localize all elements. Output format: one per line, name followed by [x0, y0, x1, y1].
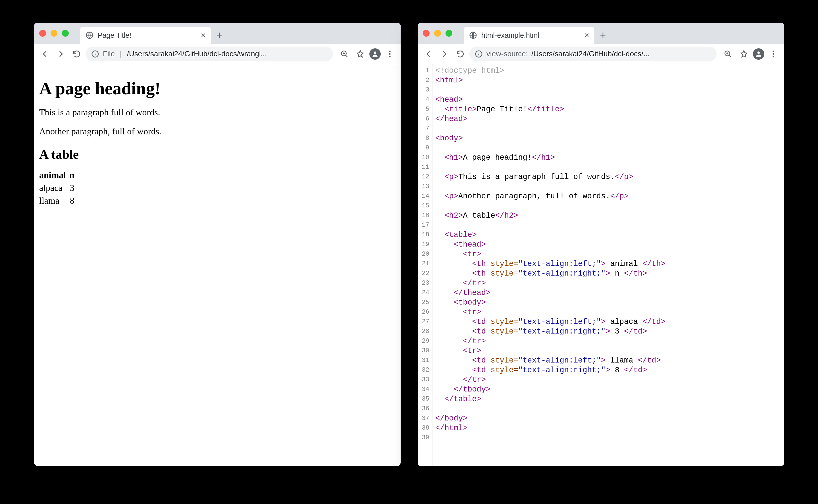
url-path: /Users/sarakai24/GitHub/dcl-docs/... — [531, 49, 711, 58]
maximize-window-button[interactable] — [446, 30, 452, 37]
close-tab-icon[interactable]: × — [584, 31, 589, 39]
source-line — [435, 404, 665, 414]
line-number-gutter: 1234567891011121314151617181920212223242… — [418, 64, 432, 466]
source-line — [435, 143, 665, 153]
line-number: 12 — [419, 172, 429, 182]
line-number: 30 — [419, 346, 429, 356]
tab-bar: html-example.html × + — [418, 23, 784, 44]
data-table: animal n alpaca 3 llama 8 — [39, 169, 78, 207]
bookmark-icon[interactable] — [737, 47, 751, 61]
line-number: 9 — [419, 143, 429, 153]
line-number: 6 — [419, 114, 429, 124]
tab-title: html-example.html — [481, 31, 580, 39]
back-button[interactable] — [422, 47, 435, 61]
reload-button[interactable] — [70, 47, 84, 61]
info-icon — [474, 50, 483, 58]
profile-avatar[interactable] — [369, 48, 381, 60]
maximize-window-button[interactable] — [62, 30, 69, 37]
zoom-icon[interactable] — [338, 47, 351, 61]
source-line: <title>Page Title!</title> — [435, 105, 665, 114]
address-bar[interactable]: File | /Users/sarakai24/GitHub/dcl-docs/… — [86, 47, 333, 61]
line-number: 18 — [419, 230, 429, 240]
browser-tab[interactable]: html-example.html × — [464, 27, 594, 44]
line-number: 27 — [419, 317, 429, 327]
source-line: <thead> — [435, 240, 665, 249]
line-number: 20 — [419, 249, 429, 259]
line-number: 34 — [419, 385, 429, 394]
line-number: 4 — [419, 95, 429, 105]
line-number: 11 — [419, 163, 429, 172]
source-line: <body> — [435, 134, 665, 143]
line-number: 3 — [419, 85, 429, 95]
source-line: </tr> — [435, 375, 665, 385]
line-number: 37 — [419, 414, 429, 423]
source-line — [435, 220, 665, 230]
traffic-lights — [423, 23, 464, 44]
source-line: <h2>A table</h2> — [435, 211, 665, 220]
source-line: </table> — [435, 394, 665, 404]
source-line: <table> — [435, 230, 665, 240]
new-tab-button[interactable]: + — [211, 27, 228, 44]
svg-point-3 — [374, 51, 376, 54]
source-line: <h1>A page heading!</h1> — [435, 153, 665, 163]
line-number: 16 — [419, 211, 429, 220]
source-view: 1234567891011121314151617181920212223242… — [418, 64, 784, 466]
line-number: 21 — [419, 259, 429, 269]
new-tab-button[interactable]: + — [594, 27, 611, 44]
source-line: <html> — [435, 76, 665, 85]
line-number: 26 — [419, 307, 429, 317]
browser-window-rendered: Page Title! × + File | /Users/sarakai24/… — [34, 23, 401, 466]
source-line: </body> — [435, 414, 665, 423]
toolbar: view-source: /Users/sarakai24/GitHub/dcl… — [418, 44, 784, 64]
browser-tab[interactable]: Page Title! × — [80, 27, 211, 44]
line-number: 28 — [419, 327, 429, 336]
line-number: 39 — [419, 433, 429, 443]
line-number: 29 — [419, 336, 429, 346]
source-line: <tbody> — [435, 298, 665, 307]
source-line — [435, 182, 665, 191]
source-line: <tr> — [435, 346, 665, 356]
zoom-icon[interactable] — [721, 47, 735, 61]
back-button[interactable] — [38, 47, 52, 61]
source-line: <p>This is a paragraph full of words.</p… — [435, 172, 665, 182]
svg-point-12 — [773, 53, 774, 55]
url-path: /Users/sarakai24/GitHub/dcl-docs/wrangl.… — [127, 49, 328, 58]
line-number: 7 — [419, 124, 429, 134]
url-scheme: File — [103, 49, 115, 58]
source-line — [435, 163, 665, 172]
page-heading: A page heading! — [39, 78, 396, 99]
address-bar[interactable]: view-source: /Users/sarakai24/GitHub/dcl… — [469, 47, 717, 61]
close-tab-icon[interactable]: × — [201, 31, 206, 39]
close-window-button[interactable] — [423, 30, 430, 37]
forward-button[interactable] — [54, 47, 68, 61]
reload-button[interactable] — [453, 47, 467, 61]
line-number: 15 — [419, 201, 429, 211]
svg-point-4 — [389, 51, 390, 52]
toolbar: File | /Users/sarakai24/GitHub/dcl-docs/… — [34, 44, 401, 64]
minimize-window-button[interactable] — [51, 30, 57, 37]
close-window-button[interactable] — [39, 30, 46, 37]
minimize-window-button[interactable] — [434, 30, 441, 37]
menu-icon[interactable] — [383, 47, 397, 61]
url-scheme: view-source: — [486, 49, 528, 58]
line-number: 10 — [419, 153, 429, 163]
line-number: 25 — [419, 298, 429, 307]
source-line — [435, 124, 665, 134]
forward-button[interactable] — [438, 47, 451, 61]
line-number: 19 — [419, 240, 429, 249]
tab-title: Page Title! — [98, 31, 197, 39]
source-line: </tr> — [435, 336, 665, 346]
source-line: <head> — [435, 95, 665, 105]
line-number: 5 — [419, 105, 429, 114]
line-number: 2 — [419, 76, 429, 85]
line-number: 1 — [419, 66, 429, 76]
menu-icon[interactable] — [767, 47, 780, 61]
paragraph-1: This is a paragraph full of words. — [39, 107, 396, 118]
profile-avatar[interactable] — [753, 48, 764, 60]
line-number: 36 — [419, 404, 429, 414]
source-line — [435, 201, 665, 211]
table-header: animal — [39, 169, 69, 182]
bookmark-icon[interactable] — [353, 47, 367, 61]
source-line: </tr> — [435, 278, 665, 288]
source-line: <td style="text-align:right;"> 3 </td> — [435, 327, 665, 336]
